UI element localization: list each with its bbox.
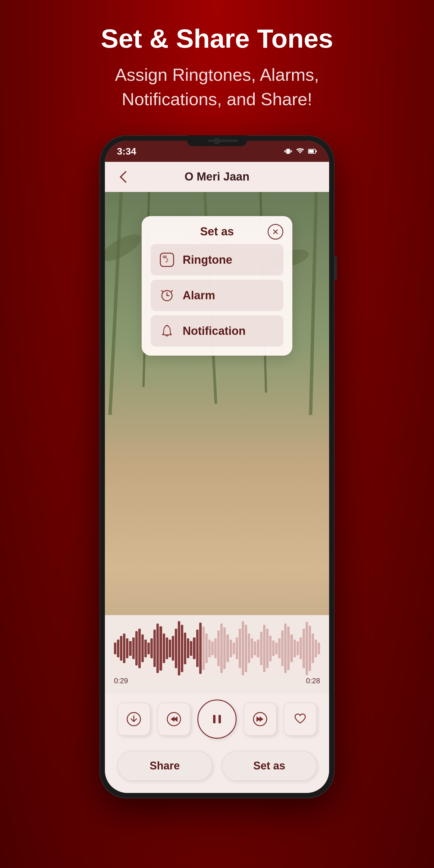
phone-screen: 3:34 (105, 141, 329, 793)
forward-icon (253, 712, 268, 727)
waveform-bar (257, 640, 259, 657)
waveform-bar (281, 630, 284, 666)
waveform-bar (163, 633, 165, 663)
waveform-bar (178, 621, 180, 675)
bell-icon (159, 323, 175, 339)
svg-text:♪: ♪ (165, 255, 169, 264)
waveform-bar (239, 629, 241, 668)
svg-rect-4 (291, 150, 292, 153)
waveform-bar (181, 625, 183, 672)
set-as-button[interactable]: Set as (221, 751, 317, 781)
waveform-bar (275, 643, 278, 654)
waveform-start-time: 0:29 (114, 677, 128, 685)
waveform-bar (211, 641, 214, 655)
waveform-bar (269, 636, 272, 661)
forward-button[interactable] (244, 703, 277, 736)
favorite-button[interactable] (284, 703, 317, 736)
waveform-bar (263, 625, 266, 672)
song-title: O Meri Jaan (135, 170, 299, 183)
waveform-bar (251, 638, 253, 658)
dialog-close-button[interactable] (268, 224, 283, 240)
music-note-icon: ♪ (159, 252, 175, 268)
waveform-end-time: 0:28 (306, 677, 320, 685)
waveform-bar (260, 632, 262, 665)
waveform-bar (226, 634, 229, 662)
notification-label: Notification (183, 324, 246, 338)
waveform-bar (297, 641, 299, 655)
phone-notch (187, 135, 247, 146)
waveform-bar (300, 638, 302, 659)
waveform-bar (254, 641, 256, 655)
rewind-icon (166, 712, 181, 727)
waveform-bar (166, 638, 168, 659)
waveform-bar (248, 633, 250, 663)
waveform-bar (120, 636, 122, 661)
status-icons (284, 147, 317, 156)
rewind-button[interactable] (157, 703, 190, 736)
waveform-bar (138, 629, 141, 668)
waveform-bar (156, 624, 159, 673)
waveform-bar (150, 638, 153, 658)
waveform-bar (278, 638, 281, 658)
svg-rect-6 (309, 150, 314, 153)
alarm-option[interactable]: Alarm (151, 280, 283, 311)
waveform-bar (147, 643, 150, 654)
pause-icon (208, 710, 226, 728)
download-button[interactable] (117, 703, 150, 736)
waveform-bar (199, 623, 202, 674)
waveform-bar (202, 627, 205, 670)
svg-rect-3 (284, 150, 285, 153)
waveform-bar (193, 638, 195, 659)
close-icon (272, 228, 279, 235)
waveform-bar (135, 631, 138, 666)
app-bar: O Meri Jaan (105, 162, 329, 192)
speaker-bar (208, 140, 238, 142)
alarm-icon (159, 287, 175, 303)
set-as-dialog: Set as ♪ (142, 216, 292, 355)
wifi-icon (296, 147, 304, 156)
ringtone-option-icon: ♪ (158, 251, 176, 269)
waveform-bar (217, 630, 220, 666)
heart-icon (293, 712, 308, 727)
waveform-bar (223, 627, 226, 669)
waveform-bar (123, 633, 125, 663)
svg-rect-7 (316, 150, 317, 152)
waveform-bar (306, 622, 308, 675)
waveform-bar (184, 632, 186, 664)
content-area: Set as ♪ (105, 192, 329, 693)
waveform-bar (175, 629, 177, 668)
waveform-bar (266, 629, 269, 668)
waveform-bar (230, 640, 232, 657)
status-time: 3:34 (117, 146, 136, 157)
waveform-container: 0:29 0:28 (105, 615, 329, 693)
waveform-bar (290, 634, 293, 662)
back-button[interactable] (114, 166, 135, 187)
waveform-bar (117, 640, 119, 657)
vibrate-icon (284, 147, 292, 156)
share-button[interactable]: Share (117, 751, 213, 781)
download-icon (126, 712, 141, 727)
notification-option[interactable]: Notification (151, 315, 283, 347)
pause-button[interactable] (197, 700, 237, 739)
dialog-header: Set as (151, 225, 283, 238)
svg-rect-0 (286, 149, 290, 154)
bottom-actions: Share Set as (105, 745, 329, 793)
back-chevron-icon (120, 171, 132, 183)
waveform-bar (114, 643, 116, 654)
waveform-bar (153, 629, 156, 667)
waveform-bar (144, 640, 147, 657)
ringtone-label: Ringtone (183, 253, 232, 267)
waveform-bar (303, 629, 305, 668)
waveform-bar (126, 638, 128, 658)
waveform-bar (242, 621, 244, 675)
player-controls (105, 693, 329, 745)
alarm-option-icon (158, 286, 176, 304)
waveform-bar (159, 626, 162, 671)
svg-rect-32 (213, 715, 216, 723)
waveform-bar (287, 627, 290, 670)
waveform-bar (141, 634, 144, 662)
waveform-bar (318, 643, 320, 654)
waveform-bar (284, 624, 287, 673)
ringtone-option[interactable]: ♪ Ringtone (151, 244, 283, 276)
page-title: Set & Share Tones (101, 24, 333, 53)
